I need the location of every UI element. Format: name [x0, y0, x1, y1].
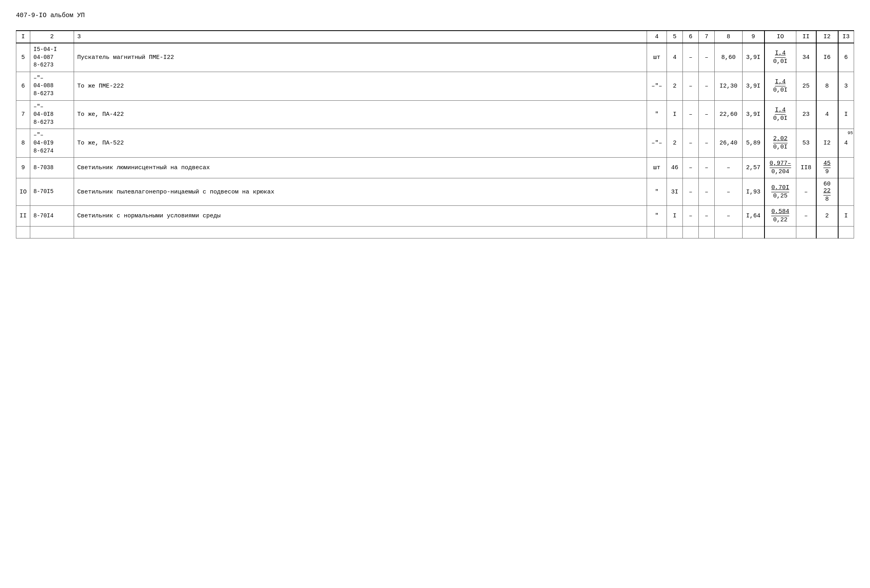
row-6-col5: 2: [667, 72, 683, 100]
row-5-col11: 34: [796, 43, 816, 72]
row-7-col10: I,4 0,0I: [764, 100, 796, 129]
row-10-col7: –: [699, 178, 715, 206]
page-note-95: 95: [848, 131, 853, 135]
row-8-col5: 2: [667, 129, 683, 158]
row-11-col10-num: 0,584: [771, 208, 789, 216]
row-7-col4: ": [647, 100, 667, 129]
row-5-col2: I5-04-I 04-087 8-6273: [30, 43, 74, 72]
row-8-col13: 4 95: [838, 129, 854, 158]
row-8-col4: –"–: [647, 129, 667, 158]
col-header-10: IO: [764, 31, 796, 43]
row-11-col11: –: [796, 206, 816, 227]
row-6-col13: 3: [838, 72, 854, 100]
row-9-col3: Светильник люминисцентный на подвесах: [74, 158, 647, 178]
row-7-col1: 7: [16, 100, 30, 129]
main-table: I 2 3 4 5 6 7 8 9 IO II I2 I3 5 I5-04-I …: [16, 30, 854, 238]
row-8-col12: I2: [816, 129, 838, 158]
row-10-col13: [838, 178, 854, 206]
row-9-col8: –: [715, 158, 743, 178]
row-10-col11: –: [796, 178, 816, 206]
row-9-col10: 0,977– 0,204: [764, 158, 796, 178]
empty-col10: [764, 227, 796, 238]
row-11-col5: I: [667, 206, 683, 227]
row-5-col6: –: [683, 43, 699, 72]
row-7-col9: 3,9I: [743, 100, 764, 129]
empty-col8: [715, 227, 743, 238]
table-row: 9 8-7038 Светильник люминисцентный на по…: [16, 158, 854, 178]
row-8-col10: 2,02 0,0I: [764, 129, 796, 158]
col-header-6: 6: [683, 31, 699, 43]
row-8-col6: –: [683, 129, 699, 158]
row-9-col12-num: 45: [823, 160, 831, 168]
row-10-col9: I,93: [743, 178, 764, 206]
col-header-5: 5: [667, 31, 683, 43]
row-8-col3: То же, ПА-522: [74, 129, 647, 158]
row-7-col10-den: 0,0I: [773, 115, 788, 122]
row-6-col11: 25: [796, 72, 816, 100]
col-header-8: 8: [715, 31, 743, 43]
row-5-col10-den: 0,0I: [773, 58, 788, 65]
row-7-col6: –: [683, 100, 699, 129]
row-8-col10-den: 0,0I: [773, 143, 788, 151]
row-8-col2: –"– 04-0I9 8-6274: [30, 129, 74, 158]
row-5-col12: I6: [816, 43, 838, 72]
row-10-col1: IO: [16, 178, 30, 206]
table-row: 6 –"– 04-088 8-6273 То же ПМЕ-222 –"– 2 …: [16, 72, 854, 100]
row-7-col7: –: [699, 100, 715, 129]
col-header-11: II: [796, 31, 816, 43]
row-11-col13: I: [838, 206, 854, 227]
col-header-9: 9: [743, 31, 764, 43]
row-6-col9: 3,9I: [743, 72, 764, 100]
row-10-col5: 3I: [667, 178, 683, 206]
row-5-col13: 6: [838, 43, 854, 72]
row-7-col5: I: [667, 100, 683, 129]
empty-col13: [838, 227, 854, 238]
table-row: 5 I5-04-I 04-087 8-6273 Пускатель магнит…: [16, 43, 854, 72]
row-6-col10-den: 0,0I: [773, 86, 788, 94]
col-header-1: I: [16, 31, 30, 43]
row-10-col2: 8-70I5: [30, 178, 74, 206]
row-5-col3: Пускатель магнитный ПМЕ-I22: [74, 43, 647, 72]
empty-col6: [683, 227, 699, 238]
row-7-col11: 23: [796, 100, 816, 129]
row-11-col8: –: [715, 206, 743, 227]
empty-col1: [16, 227, 30, 238]
row-9-col5: 46: [667, 158, 683, 178]
row-9-col1: 9: [16, 158, 30, 178]
row-5-col7: –: [699, 43, 715, 72]
table-row-empty: [16, 227, 854, 238]
col-header-3: 3: [74, 31, 647, 43]
row-6-col8: I2,30: [715, 72, 743, 100]
row-6-col7: –: [699, 72, 715, 100]
row-9-col12-den: 9: [825, 168, 829, 176]
row-5-col5: 4: [667, 43, 683, 72]
row-5-col10: I,4 0,0I: [764, 43, 796, 72]
col-header-13: I3: [838, 31, 854, 43]
row-6-col10-num: I,4: [775, 78, 786, 86]
row-10-col4: ": [647, 178, 667, 206]
row-11-col2: 8-70I4: [30, 206, 74, 227]
row-11-col10-den: 0,22: [773, 216, 788, 224]
row-11-col6: –: [683, 206, 699, 227]
empty-col2: [30, 227, 74, 238]
page-header: 407-9-IO альбом УП: [16, 12, 854, 19]
table-row: IO 8-70I5 Светильник пылевлагонепро-ница…: [16, 178, 854, 206]
row-9-col11: II8: [796, 158, 816, 178]
table-row: 8 –"– 04-0I9 8-6274 То же, ПА-522 –"– 2 …: [16, 129, 854, 158]
empty-col5: [667, 227, 683, 238]
row-8-col1: 8: [16, 129, 30, 158]
row-10-col6: –: [683, 178, 699, 206]
row-11-col9: I,64: [743, 206, 764, 227]
row-6-col10: I,4 0,0I: [764, 72, 796, 100]
col-header-2: 2: [30, 31, 74, 43]
empty-col7: [699, 227, 715, 238]
row-11-col1: II: [16, 206, 30, 227]
row-6-col4: –"–: [647, 72, 667, 100]
row-5-col10-num: I,4: [775, 50, 786, 58]
row-10-col12-num: 22: [823, 188, 831, 195]
row-9-col9: 2,57: [743, 158, 764, 178]
row-6-col3: То же ПМЕ-222: [74, 72, 647, 100]
row-10-col8: –: [715, 178, 743, 206]
empty-col11: [796, 227, 816, 238]
empty-col12: [816, 227, 838, 238]
